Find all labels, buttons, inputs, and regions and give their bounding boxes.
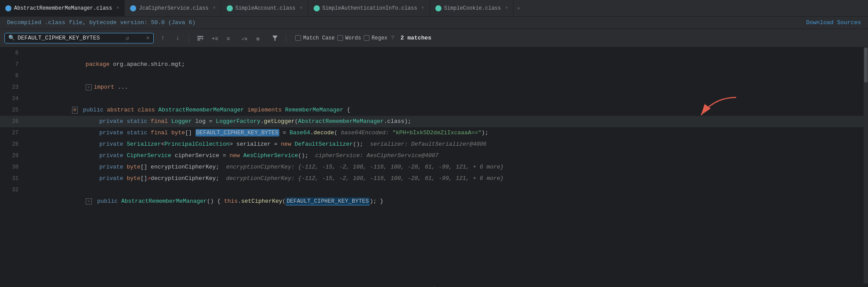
settings-icon: ✓≡ [242,35,249,42]
code-line-29: 29 private byte[] encryptionCipherKey; e… [0,150,868,161]
svg-text:✓≡: ✓≡ [242,36,247,42]
code-line-8: 8 +import ... [0,70,868,82]
fold-icon-32[interactable]: + [86,198,92,204]
code-line-25: 25 private static final Logger log = Log… [0,104,868,116]
tab-label-jca: JcaCipherService.class [139,5,208,11]
tab-simple-account[interactable]: SimpleAccount.class × [221,0,308,16]
download-sources-link[interactable]: Download Sources [806,19,861,26]
tab-label-abstract: AbstractRememberMeManager.class [14,5,112,11]
word-wrap-icon [197,35,204,42]
code-line-26: 26 private static final byte[] DEFAULT_C… [0,116,868,127]
svg-rect-2 [197,39,200,40]
match-case-label: Match Case [303,35,335,41]
bottom-indicator: ▲ [0,283,868,287]
filter-icon-2: ≡ [227,35,234,42]
code-line-6: 6 package org.apache.shiro.mgt; [0,47,868,59]
filter-button-1[interactable]: +≡ [210,32,221,44]
regex-checkbox[interactable] [364,35,369,41]
line-num-25: 25 [0,104,24,116]
words-option[interactable]: Words [337,35,361,41]
funnel-button[interactable] [269,32,281,44]
search-options: Match Case Words Regex ? 2 matches [295,35,431,41]
tab-label-simple-auth: SimpleAuthenticationInfo.class [322,5,417,11]
svg-rect-1 [197,38,202,39]
code-line-32: 32 + public AbstractRememberMeManager() … [0,184,868,196]
tab-abstract-remember-me-manager[interactable]: AbstractRememberMeManager.class × [0,0,125,16]
match-case-checkbox[interactable] [295,35,301,41]
match-case-option[interactable]: Match Case [295,35,335,41]
filter-button-2[interactable]: ≡ [224,32,236,44]
tab-icon-simple-cookie [435,5,441,11]
tab-close-simple-account[interactable]: × [300,6,303,11]
tab-icon-simple-auth [314,5,320,11]
tab-jca-cipher-service[interactable]: JcaCipherService.class × [125,0,221,16]
line-num-6: 6 [0,47,24,59]
toolbar-separator-1 [189,34,189,43]
regex-option[interactable]: Regex [364,35,387,41]
svg-text:+≡: +≡ [212,36,218,42]
match-count: 2 matches [401,35,431,41]
tab-close-simple-cookie[interactable]: × [505,6,508,11]
code-area: 6 package org.apache.shiro.mgt; 7 8 +imp… [0,47,868,283]
search-input-wrapper[interactable]: 🔍 ↺ × [4,33,154,43]
tab-icon-abstract [5,5,11,11]
tab-icon-jca [130,5,136,11]
words-checkbox[interactable] [337,35,343,41]
toolbar-separator-2 [286,34,286,43]
filter-icon-1: +≡ [212,35,219,42]
line-num-27: 27 [0,127,24,139]
tab-overflow[interactable]: » [514,0,524,16]
code-line-24: 24 ⊙ public abstract class AbstractRemem… [0,93,868,104]
tab-close-abstract[interactable]: × [116,6,119,11]
svg-rect-0 [197,36,203,37]
search-input[interactable] [18,35,123,41]
line-num-8: 8 [0,70,24,82]
help-button[interactable]: ? [391,35,394,41]
funnel-icon [271,35,278,42]
line-num-26: 26 [0,116,24,127]
fold-icon-8[interactable]: + [86,84,92,90]
tab-simple-auth-info[interactable]: SimpleAuthenticationInfo.class × [308,0,430,16]
search-down-button[interactable]: ↓ [172,32,184,44]
search-up-button[interactable]: ↑ [157,32,169,44]
code-line-30: 30 private byte[]↗decryptionCipherKey; d… [0,161,868,173]
bottom-scroll-arrow: ▲ [432,285,435,287]
code-line-27: 27 private Serializer<PrincipalCollectio… [0,127,868,139]
scrollbar-thumb[interactable] [864,47,868,83]
line-content-32: + public AbstractRememberMeManager() { t… [24,184,868,219]
svg-text:⊞: ⊞ [257,36,260,42]
code-line-28: 28 private CipherService cipherService =… [0,139,868,150]
line-num-28: 28 [0,139,24,150]
line-num-31: 31 [0,173,24,184]
align-icon: ⊞ [257,35,264,42]
tab-label-simple-account: SimpleAccount.class [235,5,296,11]
decompile-info: Decompiled .class file, bytecode version… [7,19,195,26]
svg-text:≡: ≡ [227,36,230,42]
line-num-7: 7 [0,59,24,70]
highlight-default-cipher-key-2: DEFAULT_CIPHER_KEY_BYTES [286,197,369,205]
search-bar: 🔍 ↺ × ↑ ↓ +≡ ≡ ✓≡ ⊞ Match Case Words [0,29,868,47]
vertical-scrollbar[interactable] [864,47,868,283]
tab-close-jca[interactable]: × [213,6,216,11]
tab-icon-simple-account [227,5,233,11]
tab-bar: AbstractRememberMeManager.class × JcaCip… [0,0,868,17]
line-num-23: 23 [0,82,24,93]
search-refresh-icon[interactable]: ↺ [126,35,129,42]
words-label: Words [345,35,361,41]
tab-label-simple-cookie: SimpleCookie.class [444,5,501,11]
search-clear-icon[interactable]: × [146,35,150,42]
line-num-24: 24 [0,93,24,104]
info-bar: Decompiled .class file, bytecode version… [0,17,868,29]
line-num-30: 30 [0,161,24,173]
svg-marker-7 [272,36,278,41]
search-icon: 🔍 [8,35,15,41]
align-button[interactable]: ⊞ [254,32,266,44]
tab-simple-cookie[interactable]: SimpleCookie.class × [430,0,514,16]
tab-close-simple-auth[interactable]: × [422,6,424,11]
settings-button[interactable]: ✓≡ [239,32,251,44]
line-num-29: 29 [0,150,24,161]
word-wrap-button[interactable] [195,32,206,44]
regex-label: Regex [372,35,387,41]
line-num-32: 32 [0,184,24,196]
